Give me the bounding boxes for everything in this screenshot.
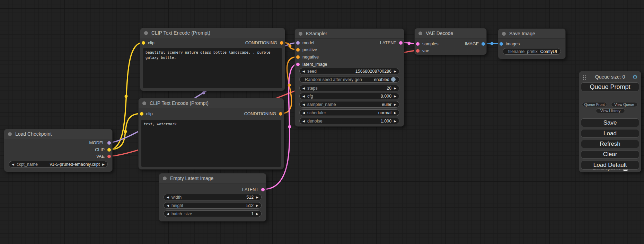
- node-title-bar[interactable]: VAE Decode: [415, 28, 486, 38]
- node-title-bar[interactable]: Load Checkpoint: [4, 129, 112, 139]
- decrement-arrow-icon[interactable]: ◀: [302, 87, 305, 90]
- steps-widget[interactable]: ◀ steps 20 ▶: [299, 85, 399, 91]
- toggle-knob-icon[interactable]: [391, 77, 396, 82]
- slot-dot-conditioning[interactable]: [279, 112, 282, 116]
- node-vae-decode[interactable]: VAE Decode samples vae IMAGE: [414, 28, 487, 55]
- negative-prompt-textarea[interactable]: text, watermark: [141, 120, 281, 167]
- node-clip-text-encode-negative[interactable]: CLIP Text Encode (Prompt) clip CONDITION…: [138, 98, 284, 170]
- decrement-arrow-icon[interactable]: ◀: [167, 196, 169, 199]
- input-slot-clip[interactable]: clip: [142, 40, 155, 46]
- node-load-checkpoint[interactable]: Load Checkpoint MODEL CLIP VAE ◀ ckpt_na…: [4, 129, 113, 172]
- decrement-arrow-icon[interactable]: ◀: [302, 111, 305, 115]
- denoise-widget[interactable]: ◀ denoise 1.000 ▶: [299, 118, 399, 124]
- output-slot-vae[interactable]: VAE: [96, 153, 111, 160]
- save-button[interactable]: Save: [581, 118, 639, 127]
- slot-dot-conditioning[interactable]: [296, 55, 300, 59]
- slot-dot-latent[interactable]: [399, 41, 403, 45]
- increment-arrow-icon[interactable]: ▶: [394, 103, 396, 106]
- slot-dot-conditioning[interactable]: [280, 41, 283, 45]
- queue-prompt-button[interactable]: Queue Prompt: [581, 82, 639, 91]
- slot-dot-latent[interactable]: [296, 63, 300, 66]
- collapse-dot-icon[interactable]: [418, 31, 422, 35]
- input-slot-positive[interactable]: positive: [296, 47, 317, 53]
- input-slot-vae[interactable]: vae: [416, 48, 429, 54]
- input-slot-images[interactable]: images: [500, 41, 520, 47]
- decrement-arrow-icon[interactable]: ◀: [302, 70, 305, 73]
- decrement-arrow-icon[interactable]: ◀: [167, 212, 169, 216]
- decrement-arrow-icon[interactable]: ◀: [302, 103, 305, 106]
- node-title-bar[interactable]: CLIP Text Encode (Prompt): [139, 98, 284, 108]
- increment-arrow-icon[interactable]: ▶: [256, 212, 258, 216]
- decrement-arrow-icon[interactable]: ◀: [302, 119, 305, 123]
- seed-widget[interactable]: ◀ seed 156680208700286 ▶: [299, 68, 399, 74]
- decrement-arrow-icon[interactable]: ◀: [302, 94, 305, 98]
- input-slot-samples[interactable]: samples: [416, 41, 439, 47]
- cfg-widget[interactable]: ◀ cfg 8.000 ▶: [299, 93, 399, 99]
- collapse-dot-icon[interactable]: [144, 31, 148, 35]
- slot-dot-latent[interactable]: [261, 188, 265, 191]
- load-default-button[interactable]: Load Default: [581, 161, 639, 170]
- node-empty-latent-image[interactable]: Empty Latent Image LATENT ◀ width 512 ▶ …: [159, 173, 266, 222]
- slot-dot-conditioning[interactable]: [296, 48, 300, 52]
- input-slot-clip[interactable]: clip: [140, 111, 153, 117]
- view-queue-button[interactable]: View Queue: [611, 102, 637, 107]
- slot-dot-model[interactable]: [296, 41, 300, 45]
- increment-arrow-icon[interactable]: ▶: [102, 163, 105, 166]
- decrement-arrow-icon[interactable]: ◀: [167, 204, 169, 207]
- slot-dot-clip[interactable]: [107, 148, 111, 152]
- increment-arrow-icon[interactable]: ▶: [394, 111, 396, 115]
- refresh-button[interactable]: Refresh: [581, 140, 639, 148]
- load-button[interactable]: Load: [581, 129, 639, 138]
- random-seed-toggle[interactable]: Random seed after every gen enabled: [299, 76, 399, 83]
- collapse-dot-icon[interactable]: [142, 101, 146, 105]
- increment-arrow-icon[interactable]: ▶: [394, 70, 396, 73]
- collapse-dot-icon[interactable]: [299, 32, 302, 36]
- output-slot-conditioning[interactable]: CONDITIONING: [244, 111, 282, 117]
- increment-arrow-icon[interactable]: ▶: [394, 119, 396, 123]
- node-title-bar[interactable]: Save Image: [498, 29, 565, 39]
- collapse-dot-icon[interactable]: [8, 132, 12, 136]
- slot-dot-clip[interactable]: [142, 41, 145, 45]
- node-save-image[interactable]: Save Image images filename_prefix ComfyU…: [498, 28, 566, 59]
- batch-size-widget[interactable]: ◀ batch_size 1 ▶: [164, 210, 262, 217]
- width-widget[interactable]: ◀ width 512 ▶: [164, 194, 262, 200]
- input-slot-model[interactable]: model: [296, 40, 314, 46]
- output-slot-model[interactable]: MODEL: [89, 140, 111, 146]
- decrement-arrow-icon[interactable]: ◀: [12, 163, 14, 166]
- input-slot-latent-image[interactable]: latent_image: [296, 61, 327, 67]
- node-title-bar[interactable]: Empty Latent Image: [159, 173, 266, 183]
- scheduler-widget[interactable]: ◀ scheduler normal ▶: [299, 109, 399, 116]
- increment-arrow-icon[interactable]: ▶: [256, 204, 258, 207]
- slot-dot-image[interactable]: [482, 42, 485, 46]
- collapse-dot-icon[interactable]: [502, 32, 506, 36]
- node-ksampler[interactable]: KSampler model positive negative latent_…: [294, 28, 404, 127]
- node-title-bar[interactable]: CLIP Text Encode (Prompt): [140, 28, 285, 38]
- output-slot-latent[interactable]: LATENT: [380, 40, 403, 46]
- increment-arrow-icon[interactable]: ▶: [394, 94, 396, 98]
- slot-dot-latent[interactable]: [416, 42, 420, 46]
- output-slot-conditioning[interactable]: CONDITIONING: [245, 40, 283, 46]
- collapse-dot-icon[interactable]: [163, 177, 167, 180]
- clear-button[interactable]: Clear: [581, 150, 639, 159]
- slot-dot-vae[interactable]: [416, 49, 420, 53]
- slot-dot-image[interactable]: [500, 42, 503, 46]
- height-widget[interactable]: ◀ height 512 ▶: [164, 202, 262, 209]
- output-slot-clip[interactable]: CLIP: [95, 147, 111, 153]
- positive-prompt-textarea[interactable]: beautiful scenery nature glass bottle la…: [143, 48, 282, 88]
- slot-dot-model[interactable]: [107, 141, 111, 145]
- output-slot-latent[interactable]: LATENT: [242, 187, 265, 193]
- node-title-bar[interactable]: KSampler: [295, 29, 404, 39]
- slot-dot-vae[interactable]: [107, 155, 111, 158]
- sampler-name-widget[interactable]: ◀ sampler_name euler ▶: [299, 101, 399, 108]
- slot-dot-clip[interactable]: [140, 112, 143, 116]
- increment-arrow-icon[interactable]: ▶: [256, 196, 258, 199]
- node-graph-canvas[interactable]: Load Checkpoint MODEL CLIP VAE ◀ ckpt_na…: [0, 0, 644, 244]
- ckpt-name-widget[interactable]: ◀ ckpt_name v1-5-pruned-emaonly.ckpt ▶: [9, 161, 108, 168]
- view-history-button[interactable]: View History: [596, 108, 625, 113]
- node-clip-text-encode-positive[interactable]: CLIP Text Encode (Prompt) clip CONDITION…: [140, 28, 285, 91]
- settings-gear-icon[interactable]: ⚙: [632, 74, 638, 80]
- output-slot-image[interactable]: IMAGE: [465, 41, 485, 47]
- input-slot-negative[interactable]: negative: [296, 54, 319, 60]
- increment-arrow-icon[interactable]: ▶: [394, 87, 396, 90]
- filename-prefix-widget[interactable]: filename_prefix ComfyUI: [503, 48, 561, 55]
